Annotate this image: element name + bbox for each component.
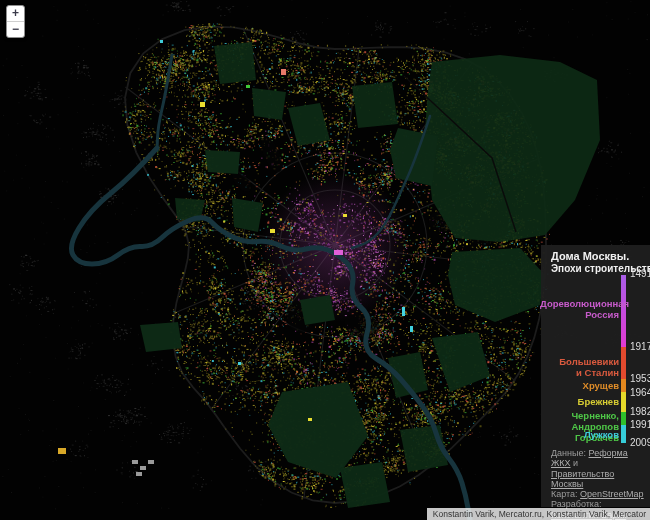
- scale-year-label: 2009: [630, 438, 650, 448]
- zoom-in-button[interactable]: +: [7, 6, 24, 21]
- credit-line: Данные: Реформа ЖКХ и: [551, 448, 647, 469]
- era-color-segment: [621, 412, 626, 425]
- scale-year-label: 1982: [630, 407, 650, 417]
- credit-line: Карта: OpenStreetMap: [551, 489, 647, 499]
- era-label: Большевики и Сталин: [540, 356, 619, 378]
- credit-link[interactable]: OpenStreetMap: [580, 489, 644, 499]
- map-app: + − Дома Москвы. Эпохи строительства[?][…: [0, 0, 650, 520]
- credit-prefix: Карта:: [551, 489, 580, 499]
- era-label: Хрущев: [540, 380, 619, 391]
- era-color-segment: [621, 425, 626, 443]
- legend-title: Дома Москвы.: [551, 250, 629, 262]
- scale-year-label: 1953: [630, 374, 650, 384]
- era-color-segment: [621, 379, 626, 392]
- legend-panel: Дома Москвы. Эпохи строительства[?][≡] 1…: [541, 245, 650, 507]
- scale-year-label: 1491: [630, 269, 650, 279]
- era-color-segment: [621, 392, 626, 412]
- scale-year-label: 1964: [630, 388, 650, 398]
- credit-suffix: и: [571, 458, 579, 468]
- credit-line: Правительство Москвы: [551, 469, 647, 490]
- era-label: Брежнев: [540, 396, 619, 407]
- scale-year-label: 1917: [630, 342, 650, 352]
- era-color-segment: [621, 347, 626, 379]
- scale-year-label: 1991: [630, 420, 650, 430]
- map-attribution: Konstantin Varik, Mercator.ru, Konstanti…: [427, 508, 650, 520]
- era-label: Лужков: [540, 429, 619, 440]
- era-color-segment: [621, 275, 626, 347]
- credit-prefix: Данные:: [551, 448, 589, 458]
- zoom-out-button[interactable]: −: [7, 21, 24, 37]
- era-label: Дореволюционная Россия: [540, 298, 619, 320]
- credit-link[interactable]: Правительство Москвы: [551, 469, 614, 489]
- zoom-control: + −: [6, 5, 25, 38]
